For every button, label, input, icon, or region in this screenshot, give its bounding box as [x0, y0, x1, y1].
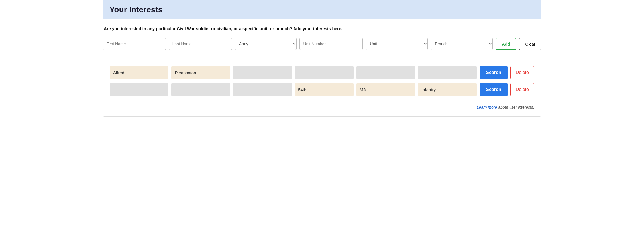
row1-unit-number [295, 66, 353, 79]
clear-button[interactable]: Clear [519, 38, 541, 50]
table-row: 54th MA Infantry Search Delete [110, 83, 534, 96]
row2-delete-button[interactable]: Delete [510, 83, 534, 96]
row1-delete-button[interactable]: Delete [510, 66, 534, 79]
branch-select[interactable]: Branch MA NY PA OH VA GA [431, 38, 493, 50]
footer-note: Learn more about user interests. [110, 102, 534, 110]
row1-last-name: Pleasonton [171, 66, 230, 79]
last-name-input[interactable] [169, 38, 232, 50]
army-select[interactable]: Army Union Confederate [235, 38, 297, 50]
first-name-input[interactable] [103, 38, 166, 50]
row2-army [233, 83, 292, 96]
footer-text: about user interests. [497, 105, 534, 110]
unit-select[interactable]: Unit Infantry Cavalry Artillery [366, 38, 428, 50]
learn-more-link[interactable]: Learn more [477, 105, 497, 110]
unit-number-input[interactable] [299, 38, 363, 50]
page-title: Your Interests [109, 5, 535, 14]
interests-rows: Alfred Pleasonton Search Delete 54th MA … [110, 66, 534, 96]
header-banner: Your Interests [103, 0, 541, 19]
row1-branch [418, 66, 477, 79]
row1-search-button[interactable]: Search [480, 66, 507, 79]
row2-unit-number: 54th [295, 83, 353, 96]
row2-first-name [110, 83, 168, 96]
row2-search-button[interactable]: Search [480, 83, 507, 96]
row1-army [233, 66, 292, 79]
row1-unit [356, 66, 415, 79]
table-row: Alfred Pleasonton Search Delete [110, 66, 534, 79]
interests-table-container: Alfred Pleasonton Search Delete 54th MA … [103, 59, 541, 117]
row2-unit: MA [356, 83, 415, 96]
form-row: Army Union Confederate Unit Infantry Cav… [103, 38, 541, 50]
description-text: Are you interested in any particular Civ… [103, 26, 541, 31]
add-button[interactable]: Add [496, 38, 516, 50]
row2-last-name [171, 83, 230, 96]
row2-branch: Infantry [418, 83, 477, 96]
row1-first-name: Alfred [110, 66, 168, 79]
